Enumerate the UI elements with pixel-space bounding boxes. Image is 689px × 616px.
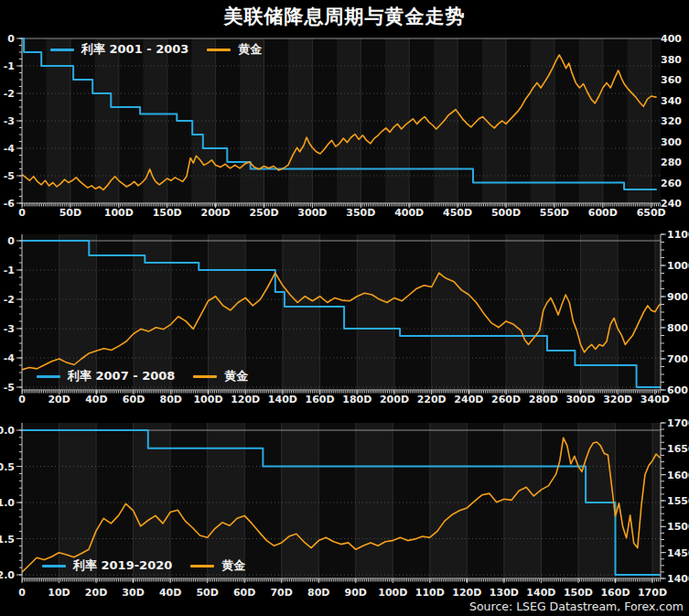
svg-text:1400: 1400 [667, 573, 689, 585]
svg-text:40D: 40D [85, 394, 107, 405]
plot-band [578, 423, 616, 578]
gold-line-swatch [190, 565, 214, 567]
svg-text:60D: 60D [233, 587, 255, 599]
svg-text:0: 0 [7, 235, 15, 247]
svg-text:100D: 100D [104, 207, 134, 219]
svg-text:100D: 100D [378, 587, 407, 599]
svg-text:1100: 1100 [667, 229, 689, 241]
plot-band [134, 234, 171, 390]
svg-text:80D: 80D [160, 394, 182, 405]
rate-line-swatch [37, 375, 60, 378]
svg-text:-0.5: -0.5 [0, 461, 15, 473]
svg-text:360: 360 [661, 74, 682, 86]
svg-text:-2: -2 [4, 294, 15, 306]
svg-text:350D: 350D [346, 207, 375, 219]
svg-text:160D: 160D [600, 587, 630, 599]
svg-text:300: 300 [661, 136, 682, 148]
svg-text:40D: 40D [159, 587, 181, 599]
svg-text:-3: -3 [4, 115, 15, 127]
svg-text:150D: 150D [153, 207, 182, 219]
legend-item-rate: 利率 2001 - 2003 [50, 41, 188, 58]
legend-item-gold: 黄金 [193, 368, 248, 384]
chart-image: 美联储降息周期与黄金走势 050D100D150D200D250D300D350… [0, 0, 689, 616]
svg-text:400: 400 [661, 33, 682, 45]
svg-text:-4: -4 [4, 352, 16, 364]
svg-text:340: 340 [661, 95, 682, 107]
svg-text:0.0: 0.0 [0, 425, 15, 437]
svg-text:300D: 300D [565, 394, 595, 405]
svg-text:-1: -1 [4, 60, 15, 72]
svg-text:10D: 10D [48, 587, 70, 599]
svg-text:600D: 600D [588, 207, 618, 219]
svg-text:280: 280 [661, 157, 682, 168]
svg-text:180D: 180D [342, 394, 371, 405]
plot-band [581, 234, 619, 390]
svg-text:-5: -5 [4, 382, 15, 394]
plot-band [652, 423, 662, 578]
svg-text:30D: 30D [122, 587, 144, 599]
svg-text:240: 240 [661, 198, 682, 210]
svg-text:-2.0: -2.0 [0, 569, 15, 581]
svg-text:400D: 400D [394, 207, 424, 219]
svg-text:700: 700 [667, 353, 688, 365]
plot-band [541, 423, 578, 578]
svg-text:100D: 100D [193, 394, 222, 405]
legend-item-rate: 利率 2007 - 2008 [37, 368, 175, 384]
svg-text:260: 260 [661, 178, 682, 189]
svg-text:1000: 1000 [667, 260, 689, 272]
svg-text:0: 0 [18, 207, 26, 219]
svg-text:320D: 320D [603, 394, 632, 405]
plot-band [468, 234, 506, 390]
svg-text:800: 800 [667, 322, 688, 334]
plot-band [357, 234, 394, 390]
plot-band [393, 423, 430, 578]
gold-line-swatch [207, 49, 231, 51]
svg-text:380: 380 [661, 54, 682, 66]
svg-text:-4: -4 [4, 143, 16, 155]
legend-item-rate: 利率 2019-2020 [42, 557, 172, 574]
svg-text:150D: 150D [564, 587, 593, 599]
svg-text:220D: 220D [417, 394, 447, 405]
svg-text:1450: 1450 [667, 547, 689, 559]
svg-text:1600: 1600 [667, 470, 689, 481]
legend-panel-2007-2008: 利率 2007 - 2008 黄金 [37, 369, 248, 384]
legend-panel-2001-2003: 利率 2001 - 2003 黄金 [50, 42, 262, 57]
svg-text:320: 320 [661, 115, 682, 127]
plot-band [356, 423, 393, 578]
plot-band [96, 423, 134, 578]
plot-band [208, 423, 245, 578]
plot-band [170, 423, 208, 578]
plot-band [504, 423, 542, 578]
svg-text:240D: 240D [454, 394, 483, 405]
plot-band [22, 38, 46, 203]
plot-band [282, 423, 319, 578]
plot-band [467, 423, 504, 578]
plot-band [627, 38, 651, 203]
legend-item-gold: 黄金 [207, 41, 262, 58]
svg-text:0: 0 [18, 394, 26, 405]
charts-canvas: 050D100D150D200D250D300D350D400D450D500D… [0, 0, 689, 616]
rate-legend-label: 利率 2007 - 2008 [68, 368, 175, 384]
svg-text:280D: 280D [529, 394, 558, 405]
svg-text:1650: 1650 [667, 443, 689, 455]
svg-text:550D: 550D [540, 207, 569, 219]
plot-band [432, 234, 469, 390]
svg-text:130D: 130D [490, 587, 519, 599]
svg-text:160D: 160D [306, 394, 335, 405]
svg-text:170D: 170D [638, 587, 667, 599]
svg-text:120D: 120D [231, 394, 260, 405]
plot-band [318, 423, 356, 578]
svg-text:90D: 90D [345, 587, 367, 599]
plot-band [59, 234, 97, 390]
legend-item-gold: 黄金 [190, 557, 245, 574]
svg-text:-1.5: -1.5 [0, 534, 15, 546]
svg-text:140D: 140D [268, 394, 297, 405]
svg-text:110D: 110D [415, 587, 445, 599]
plot-band [337, 38, 361, 203]
rate-line-swatch [42, 565, 66, 567]
svg-text:120D: 120D [452, 587, 481, 599]
svg-text:20D: 20D [85, 587, 107, 599]
svg-text:200D: 200D [201, 207, 231, 219]
svg-text:60D: 60D [123, 394, 145, 405]
plot-band [245, 234, 283, 390]
